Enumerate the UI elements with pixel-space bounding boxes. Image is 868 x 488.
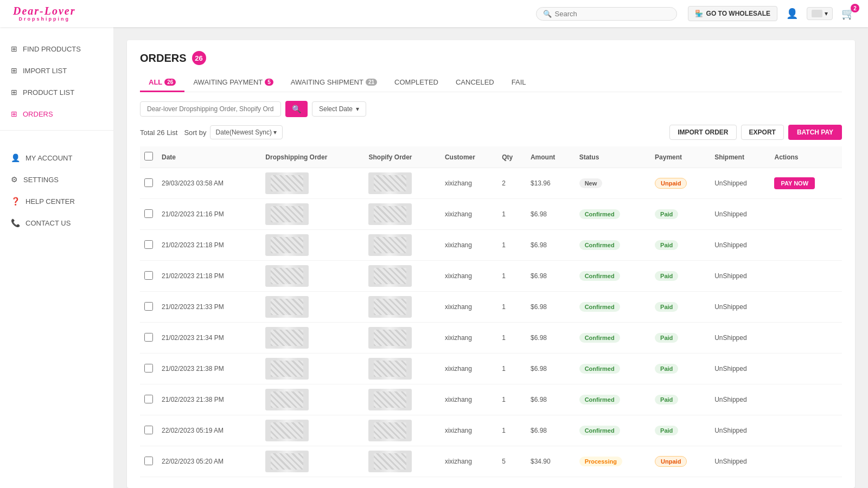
sidebar-item-help-center[interactable]: ❓ HELP CENTER — [0, 190, 113, 212]
tab-awaiting-payment[interactable]: AWAITING PAYMENT 5 — [184, 74, 282, 92]
row-checkbox-8[interactable] — [144, 426, 153, 434]
cell-qty-9: 5 — [497, 446, 526, 477]
chevron-down-icon: ▾ — [273, 129, 277, 136]
row-checkbox-0[interactable] — [144, 178, 153, 187]
cell-customer-7: xixizhang — [441, 384, 497, 415]
cell-customer-8: xixizhang — [441, 415, 497, 446]
row-checkbox-6[interactable] — [144, 364, 153, 373]
cell-date-5: 21/02/2023 21:34 PM — [157, 323, 261, 354]
tab-awaiting-shipment[interactable]: AWAITING SHIPMENT 21 — [282, 74, 386, 92]
export-button[interactable]: EXPORT — [741, 125, 784, 140]
table-action-buttons: IMPORT ORDER EXPORT BATCH PAY — [669, 125, 842, 140]
cell-customer-0: xixizhang — [441, 168, 497, 199]
cell-amount-0: $13.96 — [526, 168, 575, 199]
cell-dropshipping-order-2 — [261, 230, 364, 261]
cell-shopify-order-6 — [364, 354, 440, 384]
col-dropshipping-order: Dropshipping Order — [261, 146, 364, 168]
batch-pay-button[interactable]: BATCH PAY — [788, 125, 842, 140]
date-select-dropdown[interactable]: Select Date ▾ — [312, 101, 366, 117]
sidebar-item-contact-us[interactable]: 📞 CONTACT US — [0, 212, 113, 234]
row-checkbox-7[interactable] — [144, 395, 153, 403]
sidebar-item-orders[interactable]: ⊞ ORDERS — [0, 103, 113, 125]
main-content: ORDERS 26 ALL 26 AWAITING PAYMENT 5 AWAI… — [114, 27, 868, 488]
language-selector[interactable]: ▾ — [807, 7, 833, 20]
sort-by-label: Sort by — [184, 129, 206, 137]
tab-all-badge: 26 — [164, 79, 176, 86]
tab-all[interactable]: ALL 26 — [140, 74, 184, 92]
search-input[interactable] — [555, 10, 670, 18]
cell-actions-1 — [770, 199, 842, 230]
sidebar-item-label: CONTACT US — [25, 219, 71, 227]
cell-dropshipping-order-0 — [261, 168, 364, 199]
sort-select[interactable]: Date(Newest Sync) ▾ — [210, 125, 283, 139]
cell-date-6: 21/02/2023 21:38 PM — [157, 354, 261, 384]
col-date: Date — [157, 146, 261, 168]
row-checkbox-5[interactable] — [144, 333, 153, 342]
sidebar-item-import-list[interactable]: ⊞ IMPORT LIST — [0, 60, 113, 81]
cart-button[interactable]: 🛒 2 — [841, 7, 855, 20]
cell-amount-4: $6.98 — [526, 292, 575, 323]
find-products-icon: ⊞ — [11, 44, 17, 53]
cell-payment-0: Unpaid — [650, 168, 710, 199]
cell-shopify-order-3 — [364, 261, 440, 292]
col-payment: Payment — [650, 146, 710, 168]
cell-customer-4: xixizhang — [441, 292, 497, 323]
cell-qty-6: 1 — [497, 354, 526, 384]
orders-panel: ORDERS 26 ALL 26 AWAITING PAYMENT 5 AWAI… — [127, 40, 855, 488]
select-all-checkbox[interactable] — [144, 152, 153, 160]
cell-amount-3: $6.98 — [526, 261, 575, 292]
row-checkbox-2[interactable] — [144, 240, 153, 249]
cell-qty-0: 2 — [497, 168, 526, 199]
cell-date-4: 21/02/2023 21:33 PM — [157, 292, 261, 323]
cell-amount-5: $6.98 — [526, 323, 575, 354]
wholesale-icon: 🏪 — [695, 10, 703, 17]
col-shopify-order: Shopify Order — [364, 146, 440, 168]
cell-dropshipping-order-5 — [261, 323, 364, 354]
cell-qty-2: 1 — [497, 230, 526, 261]
my-account-icon: 👤 — [11, 153, 20, 162]
cell-amount-9: $34.90 — [526, 446, 575, 477]
row-checkbox-3[interactable] — [144, 271, 153, 280]
sidebar-item-product-list[interactable]: ⊞ PRODUCT LIST — [0, 81, 113, 103]
tab-fail[interactable]: FAIL — [503, 74, 535, 92]
row-checkbox-9[interactable] — [144, 457, 153, 465]
cell-customer-6: xixizhang — [441, 354, 497, 384]
tab-canceled[interactable]: CANCELED — [447, 74, 503, 92]
sidebar-item-my-account[interactable]: 👤 MY ACCOUNT — [0, 147, 113, 169]
row-checkbox-4[interactable] — [144, 302, 153, 311]
go-wholesale-button[interactable]: 🏪 GO TO WHOLESALE — [688, 6, 777, 21]
sidebar-item-find-products[interactable]: ⊞ FIND PRODUCTS — [0, 38, 113, 60]
tab-completed[interactable]: COMPLETED — [386, 74, 447, 92]
chevron-down-icon: ▾ — [356, 105, 359, 113]
sidebar-item-label: HELP CENTER — [25, 197, 75, 206]
order-filter-input[interactable] — [140, 101, 281, 117]
cell-payment-4: Paid — [650, 292, 710, 323]
contact-us-icon: 📞 — [11, 219, 20, 227]
filter-search-button[interactable]: 🔍 — [285, 101, 308, 117]
cell-shipment-0: UnShipped — [710, 168, 770, 199]
cell-dropshipping-order-8 — [261, 415, 364, 446]
cell-shopify-order-2 — [364, 230, 440, 261]
cell-actions-9 — [770, 446, 842, 477]
total-list-label: Total 26 List — [140, 129, 177, 137]
sidebar-item-settings[interactable]: ⚙ SETTINGS — [0, 169, 113, 190]
cell-dropshipping-order-7 — [261, 384, 364, 415]
pay-now-button[interactable]: PAY NOW — [774, 177, 815, 189]
row-checkbox-1[interactable] — [144, 209, 153, 218]
orders-title-row: ORDERS 26 — [140, 51, 842, 65]
table-row: 22/02/2023 05:20 AM xixizhang 5 $34.90 P… — [140, 446, 842, 477]
import-order-button[interactable]: IMPORT ORDER — [669, 125, 736, 140]
cell-status-0: New — [575, 168, 650, 199]
table-row: 21/02/2023 21:38 PM xixizhang 1 $6.98 Co… — [140, 354, 842, 384]
table-row: 21/02/2023 21:16 PM xixizhang 1 $6.98 Co… — [140, 199, 842, 230]
orders-table: Date Dropshipping Order Shopify Order Cu… — [140, 146, 842, 477]
cell-actions-3 — [770, 261, 842, 292]
sidebar-item-label: PRODUCT LIST — [23, 88, 74, 97]
table-row: 29/03/2023 03:58 AM xixizhang 2 $13.96 N… — [140, 168, 842, 199]
cell-status-6: Confirmed — [575, 354, 650, 384]
settings-icon: ⚙ — [11, 175, 18, 184]
cell-dropshipping-order-9 — [261, 446, 364, 477]
search-icon: 🔍 — [292, 105, 301, 113]
user-icon[interactable]: 👤 — [786, 8, 798, 20]
search-bar[interactable]: 🔍 — [536, 7, 677, 21]
